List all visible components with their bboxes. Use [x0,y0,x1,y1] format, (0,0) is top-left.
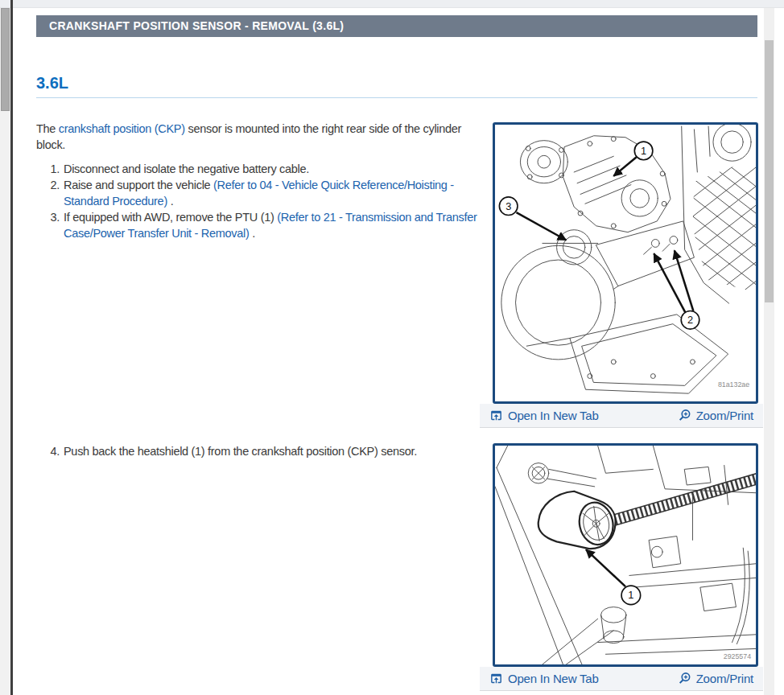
figure2-callouts: 1 [586,549,641,604]
figure2-open-in-new-tab-button[interactable]: Open In New Tab [489,672,599,685]
step-3-number: 3. [36,209,64,241]
step-4-number: 4. [36,443,64,459]
zoom-in-icon [678,672,691,685]
ckp-sensor-link[interactable]: crankshaft position (CKP) [59,122,185,135]
figure2-code: 2925574 [724,652,751,660]
figure1-zoom-print-button[interactable]: Zoom/Print [678,409,753,422]
step-2-number: 2. [36,177,64,209]
figure1-zoom-label: Zoom/Print [696,409,753,422]
step-4-text: Push back the heatshield (1) from the cr… [64,443,487,459]
figure1-open-label: Open In New Tab [508,409,599,422]
open-in-new-tab-icon [489,409,503,422]
callout-2-number: 2 [687,314,693,326]
figure1-footer: Open In New Tab Zoom/Print [480,404,763,428]
wire-conduit [610,473,756,527]
engine-block-line-art [501,125,756,393]
step-4: 4. Push back the heatshield (1) from the… [36,443,487,459]
section-heading: 3.6L [36,74,757,98]
section-heading-label: 3.6L [36,74,68,92]
step-1-text-pre: Disconnect and isolate the negative batt… [64,162,309,175]
step-3: 3. If equipped with AWD, remove the PTU … [36,209,487,241]
open-in-new-tab-icon [489,672,503,685]
figure1-callouts: 1 3 2 [499,142,699,329]
step-2-text: Raise and support the vehicle (Refer to … [64,177,487,209]
step-3-text: If equipped with AWD, remove the PTU (1)… [64,209,487,241]
top-chrome-strip [0,0,784,8]
article-title: CRANKSHAFT POSITION SENSOR - REMOVAL (3.… [49,19,344,32]
figure2-open-label: Open In New Tab [508,672,599,685]
figure-image-ckp-sensor: 1 2925574 [493,443,758,667]
intro-text-pre: The [36,122,59,135]
figure-panel-ptu: 1 3 2 81a132ae Open In New Tab [480,117,763,428]
step-2: 2. Raise and support the vehicle (Refer … [36,177,487,209]
step-4-text-pre: Push back the heatshield (1) from the cr… [64,445,417,458]
figure2-zoom-label: Zoom/Print [696,672,753,685]
procedure-step-4: 4. Push back the heatshield (1) from the… [36,443,487,459]
step-3-text-pre: If equipped with AWD, remove the PTU (1) [64,211,277,224]
callout-1-number-fig2: 1 [628,589,633,601]
figure2-zoom-print-button[interactable]: Zoom/Print [678,672,753,685]
figure-image-ptu: 1 3 2 81a132ae [493,122,758,404]
heatshield-cone [538,491,617,549]
zoom-in-icon [678,409,691,422]
step-2-text-pre: Raise and support the vehicle [64,179,213,191]
step-1-text: Disconnect and isolate the negative batt… [64,161,487,177]
article-title-bar: CRANKSHAFT POSITION SENSOR - REMOVAL (3.… [36,15,757,37]
step-2-text-post: . [167,195,173,208]
left-pane-scrollbar-thumb[interactable] [1,8,10,111]
main-scrollbar-thumb[interactable] [765,40,774,302]
step-1: 1. Disconnect and isolate the negative b… [36,161,487,177]
left-pane-scrollbar-track[interactable] [0,8,10,695]
figure-panel-ckp-sensor: 1 2925574 Open In New Tab Zoom/Print [480,438,763,695]
step-1-number: 1. [36,161,64,177]
callout-1-number: 1 [641,145,646,157]
procedure-steps: 1. Disconnect and isolate the negative b… [36,161,487,241]
engine-underside-line-art [495,446,756,664]
intro-paragraph: The crankshaft position (CKP) sensor is … [36,121,484,153]
callout-3-number: 3 [505,200,511,212]
figure2-footer: Open In New Tab Zoom/Print [480,667,763,691]
step-3-text-post: . [249,227,254,240]
figure1-open-in-new-tab-button[interactable]: Open In New Tab [489,409,599,422]
figure1-code: 81a132ae [718,380,749,389]
pane-divider [10,0,13,695]
